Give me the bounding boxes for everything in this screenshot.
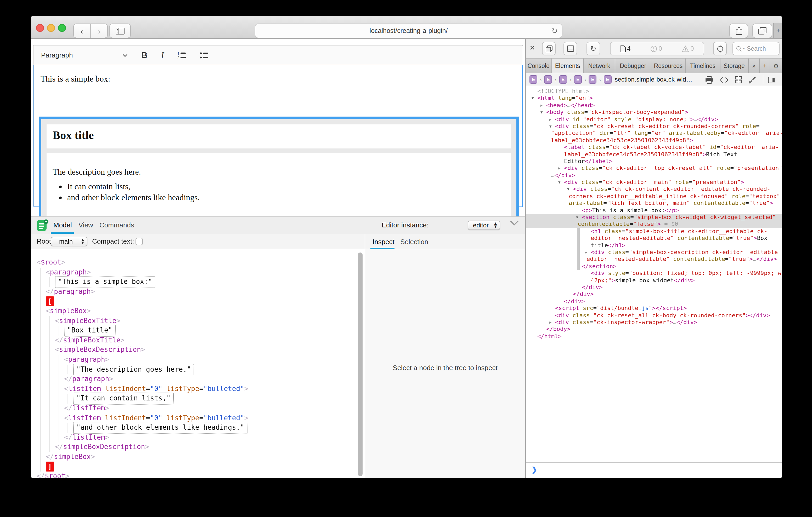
model-tree-row[interactable]: "The description goes here." <box>31 365 356 374</box>
bulleted-list-button[interactable] <box>200 52 209 59</box>
model-tree-row[interactable]: <$root> <box>31 258 356 267</box>
model-tree-row[interactable]: <listItem listIndent="0" listType="bulle… <box>31 413 356 423</box>
model-tree-row[interactable]: <paragraph> <box>31 267 356 277</box>
model-text-node[interactable]: "Box title" <box>64 325 115 336</box>
root-select[interactable]: main ▲▼ <box>51 237 87 246</box>
show-source-button[interactable] <box>720 77 728 83</box>
model-tree-row[interactable]: <listItem listIndent="0" listType="bulle… <box>31 384 356 394</box>
settings-button[interactable]: ⚙ <box>770 59 782 73</box>
tab-selection[interactable]: Selection <box>400 234 428 249</box>
model-tree-row[interactable]: <simpleBox> <box>31 306 356 316</box>
dom-tree-row[interactable]: label_e63cbbfece34c53ce23501062343f49b8"… <box>526 151 782 158</box>
dom-tree-row[interactable]: <h1 class="simple-box-title ck-editor__e… <box>526 228 782 235</box>
console-prompt-icon[interactable]: ❯ <box>531 466 537 474</box>
tab-overview-button[interactable] <box>752 24 772 38</box>
disclosure-open-icon[interactable]: ▼ <box>541 109 543 116</box>
dom-tree-row[interactable]: editor__nested-editable" contenteditable… <box>526 256 782 263</box>
model-tree-row[interactable]: <paragraph> <box>31 355 356 365</box>
devtools-search-field[interactable]: ▾ Search <box>732 42 780 55</box>
dom-tree-row[interactable]: ▼<div class="ck ck-content ck-editor__ed… <box>526 186 782 193</box>
breadcrumb-element-badge[interactable]: E <box>559 75 567 84</box>
list-item[interactable]: and other block elements like headings. <box>67 193 200 202</box>
description-paragraph[interactable]: The description goes here. <box>53 167 141 177</box>
model-tree-row[interactable]: <simpleBoxTitle> <box>31 316 356 326</box>
disclosure-open-icon[interactable]: ▼ <box>576 214 578 221</box>
disclosure-open-icon[interactable]: ▼ <box>531 95 534 102</box>
breadcrumb-element-badge[interactable]: E <box>529 75 537 84</box>
devtools-tab-timelines[interactable]: Timelines <box>686 59 720 73</box>
dom-tree-row[interactable]: ▶<div class="ck-inspector-wrapper">…</di… <box>526 319 782 326</box>
model-tree-row[interactable]: </paragraph> <box>31 374 356 384</box>
editor-editable-area[interactable]: This is a simple box: Box title The desc… <box>33 65 522 207</box>
devtools-tab-debugger[interactable]: Debugger <box>615 59 651 73</box>
resource-status-group[interactable]: 4 0 0 <box>610 42 704 55</box>
simple-box-title-editable[interactable]: Box title <box>46 124 511 149</box>
breadcrumb-element-badge[interactable]: E <box>574 75 582 84</box>
disclosure-closed-icon[interactable]: ▶ <box>549 320 551 327</box>
dock-bottom-button[interactable] <box>563 42 577 55</box>
disclosure-open-icon[interactable]: ▼ <box>558 179 560 186</box>
breadcrumb-element-badge[interactable]: E <box>544 75 552 84</box>
devtools-tab-console[interactable]: Console <box>526 59 552 73</box>
model-tree-row[interactable]: "This is a simple box:" <box>31 277 356 287</box>
model-tree-row[interactable]: </paragraph> <box>31 287 356 297</box>
dom-tree-row[interactable]: contenteditable="false"> = $0 <box>526 221 782 228</box>
list-item[interactable]: It can contain lists, <box>67 182 200 191</box>
heading-dropdown[interactable]: Paragraph <box>41 51 73 59</box>
description-list[interactable]: It can contain lists,and other block ele… <box>54 182 200 204</box>
dom-tree-row[interactable]: </section> <box>526 263 782 270</box>
close-window-button[interactable] <box>36 24 44 32</box>
model-tree-scrollbar[interactable] <box>357 252 362 476</box>
model-tree-row[interactable]: [ <box>31 297 356 306</box>
new-tab-devtools-button[interactable]: + <box>760 59 771 73</box>
disclosure-open-icon[interactable]: ▼ <box>567 186 569 193</box>
layout-grid-button[interactable] <box>735 76 742 83</box>
collapse-inspector-button[interactable] <box>510 220 519 226</box>
dom-tree-row[interactable]: <div style="position: fixed; top: 0px; l… <box>526 270 782 277</box>
simple-box-widget[interactable]: Box title The description goes here. It … <box>38 117 519 226</box>
editor-instance-select[interactable]: editor ▲▼ <box>468 221 500 230</box>
dom-tree-row[interactable]: </div> <box>526 284 782 291</box>
disclosure-closed-icon[interactable]: ▶ <box>549 116 551 123</box>
model-tree-row[interactable]: </listItem> <box>31 433 356 442</box>
breadcrumb-element-badge[interactable]: E <box>604 75 611 84</box>
breadcrumb-element-badge[interactable]: E <box>589 75 597 84</box>
model-tree-row[interactable]: </simpleBoxDescription> <box>31 443 356 452</box>
dom-tree-row[interactable]: ▶<div class="ck ck-editor__top ck-reset_… <box>526 165 782 172</box>
model-tree-row[interactable]: </simpleBox> <box>31 452 356 462</box>
box-title-heading[interactable]: Box title <box>53 129 94 142</box>
address-bar[interactable]: localhost/creating-a-plugin/ ↻ <box>255 24 562 38</box>
model-tree-row[interactable]: </listItem> <box>31 403 356 413</box>
dom-tree-row[interactable]: Editor</label> <box>526 158 782 165</box>
dom-tree-row[interactable]: ▼<body class="ck-inspector-body-expanded… <box>526 109 782 116</box>
styles-editor-button[interactable] <box>749 76 756 83</box>
tab-commands[interactable]: Commands <box>99 217 134 232</box>
dom-tree-row[interactable]: title</h1> <box>526 242 782 249</box>
dom-tree-row[interactable]: …</div> <box>526 172 782 179</box>
dom-tree-row[interactable]: ▼<div class="ck ck-editor__main" role="p… <box>526 179 782 186</box>
warning-count-badge[interactable]: 0 <box>682 45 694 52</box>
tab-view[interactable]: View <box>79 217 93 232</box>
devtools-tab-storage[interactable]: Storage <box>720 59 748 73</box>
disclosure-closed-icon[interactable]: ▶ <box>541 102 543 110</box>
dom-tree-row[interactable]: <label class="ck ck-label ck-voice-label… <box>526 144 782 151</box>
dom-tree-row[interactable]: ▶<div class="simple-box-description ck-e… <box>526 249 782 256</box>
share-button[interactable] <box>729 24 748 38</box>
model-text-node[interactable]: "and other block elements like headings.… <box>73 422 248 434</box>
dom-tree-row[interactable]: corners ck-editor__editable_inline ck-fo… <box>526 193 782 200</box>
dom-tree-row[interactable]: ▼<div class="ck ck-reset ck-editor ck-ro… <box>526 123 782 130</box>
model-tree-row[interactable]: <simpleBoxDescription> <box>31 345 356 355</box>
model-text-node[interactable]: "The description goes here." <box>73 364 194 375</box>
model-tree-row[interactable]: </simpleBoxTitle> <box>31 336 356 345</box>
dom-tree-row[interactable]: </body> <box>526 326 782 333</box>
reload-page-button[interactable]: ↻ <box>586 42 600 55</box>
editor-paragraph[interactable]: This is a simple box: <box>40 74 110 84</box>
tab-inspect[interactable]: Inspect <box>373 234 395 249</box>
model-tree-row[interactable]: "and other block elements like headings.… <box>31 423 356 433</box>
simple-box-description-editable[interactable]: The description goes here. It can contai… <box>46 153 511 218</box>
print-styles-button[interactable] <box>705 76 713 83</box>
disclosure-closed-icon[interactable]: ▶ <box>585 249 587 256</box>
new-tab-button[interactable]: + <box>773 23 782 38</box>
dom-tree-row[interactable]: ▶<head>…</head> <box>526 102 782 109</box>
devtools-tab-resources[interactable]: Resources <box>651 59 686 73</box>
